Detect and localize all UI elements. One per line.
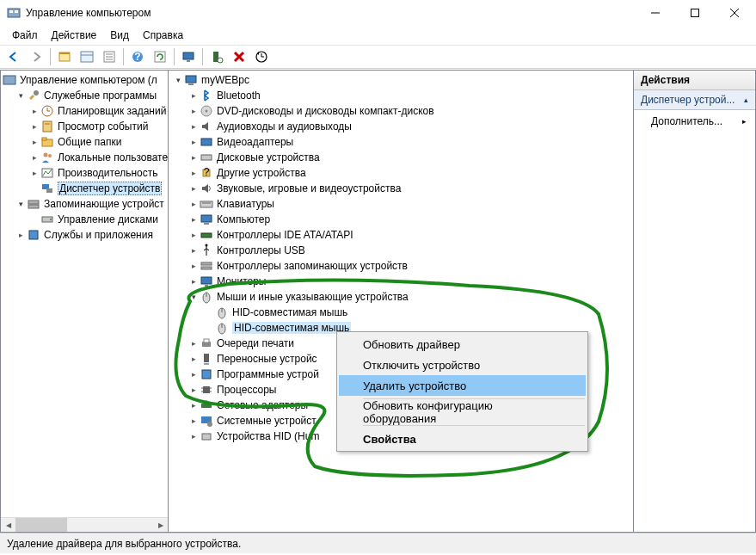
expand-icon[interactable]: ▸ <box>187 138 200 146</box>
status-text: Удаление драйвера для выбранного устройс… <box>7 538 241 550</box>
cm-uninstall-device[interactable]: Удалить устройство <box>339 375 586 396</box>
stor-icon <box>200 259 213 273</box>
expand-icon[interactable]: ▸ <box>187 370 200 379</box>
export-list-button[interactable] <box>99 46 120 67</box>
expand-icon[interactable]: ▸ <box>187 200 200 208</box>
expand-icon[interactable]: ▸ <box>187 215 200 224</box>
svg-rect-61 <box>205 285 208 287</box>
expand-icon[interactable]: ▸ <box>187 107 200 115</box>
device-tree-item[interactable]: ▸ Звуковые, игровые и видеоустройства <box>169 181 633 196</box>
svg-point-35 <box>48 154 52 157</box>
help-button[interactable]: ? <box>127 46 148 67</box>
scroll-thumb[interactable] <box>15 518 67 532</box>
horizontal-scrollbar[interactable]: ◀ ▶ <box>1 517 168 532</box>
kb-icon <box>200 197 213 211</box>
menu-help[interactable]: Справка <box>136 28 190 43</box>
scroll-left-icon[interactable]: ◀ <box>1 518 15 533</box>
expand-icon[interactable]: ▾ <box>15 200 27 208</box>
actions-more[interactable]: Дополнитель... ▸ <box>634 110 755 133</box>
tree-shared-folders[interactable]: ▸ Общие папки <box>1 134 169 150</box>
tree-system-tools[interactable]: ▾ Служебные программы <box>1 88 169 103</box>
tree-services-apps[interactable]: ▸ Службы и приложения <box>1 227 169 243</box>
device-tree-item[interactable]: ▸ Контроллеры USB <box>169 243 633 258</box>
menu-view[interactable]: Вид <box>103 28 136 43</box>
device-tree-item[interactable]: ▸ DVD-дисководы и дисководы компакт-диск… <box>169 103 633 119</box>
device-tree-item[interactable]: ▾ myWEBpc <box>169 72 633 88</box>
expand-icon[interactable]: ▾ <box>187 293 200 301</box>
expand-icon[interactable]: ▸ <box>187 432 200 441</box>
expand-icon[interactable]: ▸ <box>187 277 200 286</box>
menu-file[interactable]: Файл <box>5 28 45 43</box>
expand-icon[interactable]: ▸ <box>187 246 200 255</box>
expand-icon[interactable]: ▾ <box>172 76 184 84</box>
device-tree-item[interactable]: ▸ Контроллеры запоминающих устройств <box>169 258 633 274</box>
expand-icon[interactable]: ▸ <box>187 385 200 394</box>
expand-icon[interactable]: ▸ <box>187 231 200 239</box>
computer-icon <box>184 73 198 87</box>
device-tree-item[interactable]: ▸ Контроллеры IDE ATA/ATAPI <box>169 227 633 243</box>
event-icon <box>40 120 54 133</box>
tree-task-scheduler[interactable]: ▸ Планировщик заданий <box>1 103 169 119</box>
device-tree-item[interactable]: ▸ HID-совместимая мышь <box>169 305 633 320</box>
cm-scan-hardware[interactable]: Обновить конфигурацию оборудования <box>339 402 586 422</box>
expand-icon[interactable]: ▸ <box>28 107 40 115</box>
device-tree-item[interactable]: ▸ Мониторы <box>169 274 633 289</box>
close-button[interactable] <box>715 0 754 26</box>
scan-hardware-button[interactable] <box>206 46 227 67</box>
expand-icon[interactable]: ▸ <box>28 138 40 146</box>
device-tree-item[interactable]: ▸ Клавиатуры <box>169 196 633 212</box>
tree-performance[interactable]: ▸ Производительность <box>1 165 169 181</box>
device-tree-item[interactable]: ▸ Видеоадаптеры <box>169 134 633 150</box>
cm-disable-device[interactable]: Отключить устройство <box>339 355 586 375</box>
back-button[interactable] <box>3 46 24 67</box>
device-tree-item[interactable]: ▸ Аудиовходы и аудиовыходы <box>169 119 633 134</box>
tree-local-users[interactable]: ▸ Локальные пользовате <box>1 150 169 165</box>
scroll-right-icon[interactable]: ▶ <box>153 518 168 533</box>
tree-device-manager[interactable]: ▸ Диспетчер устройств <box>1 181 169 196</box>
expand-icon[interactable]: ▸ <box>28 153 40 162</box>
svg-rect-40 <box>28 205 39 208</box>
expand-icon[interactable]: ▸ <box>187 184 200 193</box>
expand-icon[interactable]: ▾ <box>15 91 27 100</box>
expand-icon[interactable]: ▸ <box>187 169 200 177</box>
device-tree-item[interactable]: ▾ Мыши и иные указывающие устройства <box>169 289 633 305</box>
expand-icon[interactable]: ▸ <box>187 416 200 425</box>
cm-update-driver[interactable]: Обновить драйвер <box>339 334 586 355</box>
show-hide-tree-button[interactable] <box>54 46 75 67</box>
forward-button[interactable] <box>26 46 46 67</box>
uninstall-button[interactable] <box>229 46 249 67</box>
tree-event-viewer[interactable]: ▸ Просмотр событий <box>1 119 169 134</box>
device-tree-item[interactable]: ▸ ? Другие устройства <box>169 165 633 181</box>
device-tree-item[interactable]: ▸ Компьютер <box>169 212 633 227</box>
refresh-button[interactable] <box>150 46 170 67</box>
tree-disk-mgmt[interactable]: ▸ Управление дисками <box>1 212 169 227</box>
expand-icon[interactable]: ▸ <box>15 231 27 239</box>
expand-icon[interactable]: ▸ <box>187 91 200 100</box>
expand-icon[interactable]: ▸ <box>187 262 200 270</box>
expand-icon[interactable]: ▸ <box>187 401 200 410</box>
device-tree-item[interactable]: ▸ Bluetooth <box>169 88 633 103</box>
perf-icon <box>40 166 54 180</box>
svg-point-47 <box>206 110 208 113</box>
monitor-button[interactable] <box>178 46 199 67</box>
expand-icon[interactable]: ▸ <box>187 355 200 363</box>
expand-icon[interactable]: ▸ <box>28 169 40 177</box>
properties-button[interactable] <box>77 46 97 67</box>
cm-properties[interactable]: Свойства <box>339 429 586 449</box>
device-tree-item[interactable]: ▸ Дисковые устройства <box>169 150 633 165</box>
svg-rect-39 <box>28 200 39 204</box>
actions-category[interactable]: Диспетчер устрой... ▴ <box>634 90 755 110</box>
tree-root[interactable]: Управление компьютером (л <box>1 72 169 88</box>
device-label: DVD-дисководы и дисководы компакт-дисков <box>217 105 434 117</box>
device-label: Устройства HID (Hum <box>217 430 319 442</box>
tree-storage[interactable]: ▾ Запоминающие устройст <box>1 196 169 212</box>
maximize-button[interactable] <box>675 0 715 26</box>
expand-icon[interactable]: ▸ <box>187 122 200 131</box>
expand-icon[interactable]: ▸ <box>187 153 200 162</box>
menu-action[interactable]: Действие <box>45 28 104 43</box>
expand-icon[interactable]: ▸ <box>28 122 40 131</box>
expand-icon[interactable]: ▸ <box>187 339 200 348</box>
update-driver-button[interactable] <box>251 46 272 67</box>
users-icon <box>40 151 54 164</box>
minimize-button[interactable] <box>636 0 675 26</box>
